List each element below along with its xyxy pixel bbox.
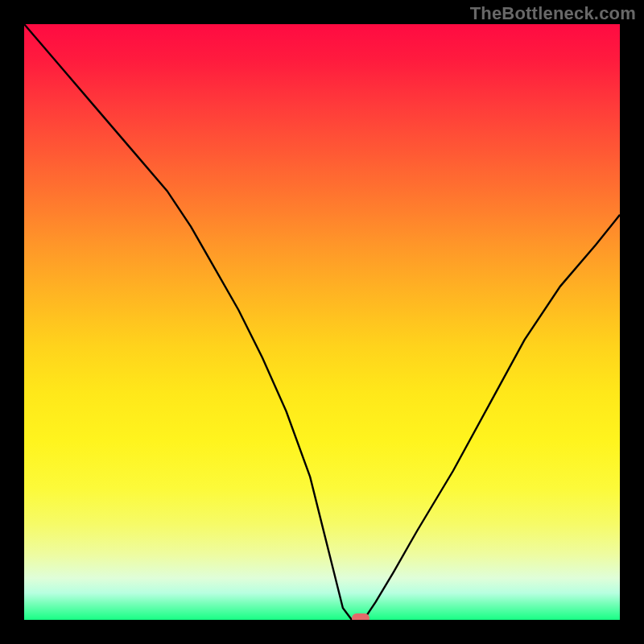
- optimal-point-marker: [352, 613, 369, 620]
- bottleneck-curve-path: [24, 24, 620, 620]
- bottleneck-curve-svg: [24, 24, 620, 620]
- watermark-text: TheBottleneck.com: [470, 3, 636, 24]
- plot-area: [24, 24, 620, 620]
- chart-frame: TheBottleneck.com: [0, 0, 644, 644]
